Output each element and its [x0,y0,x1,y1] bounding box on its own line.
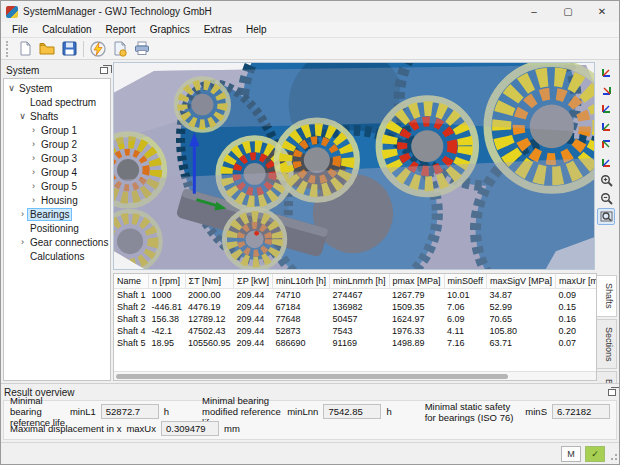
menu-report[interactable]: Report [99,23,143,36]
system-tree: ∨System Load spectrum ∨Shafts ›Group 1 ›… [3,78,111,381]
result-unit: h [164,406,169,417]
tree-item-load-spectrum[interactable]: Load spectrum [4,95,110,109]
calculation-ok-button[interactable]: ✓ [585,446,605,462]
tab-sections[interactable]: Sections [597,319,617,370]
tree-item-group-2[interactable]: ›Group 2 [4,137,110,151]
close-button[interactable]: ✕ [585,1,619,22]
min-bearing-ref-life-field[interactable]: 52872.7 [101,404,159,419]
result-code: maxUx [126,423,156,434]
gearbox-3d-render [114,63,594,269]
tree-item-shafts[interactable]: ∨Shafts [4,109,110,123]
zoom-fit-window-button[interactable] [597,208,615,225]
result-code: minS [525,406,547,417]
result-overview-body: Minimal bearing reference life minL1 528… [3,400,617,440]
gearbox-3d-viewport[interactable] [113,62,595,270]
table-row-shaft-2[interactable]: Shaft 2-446.814476.19209.44 671841369821… [114,301,596,313]
expander-icon[interactable]: ∨ [6,83,17,93]
zoom-in-button[interactable] [597,172,615,189]
menu-calculation[interactable]: Calculation [35,23,98,36]
table-header-row[interactable]: Namen [rpm]ΣT [Nm]ΣP [kW] minL10rh [h]mi… [114,274,596,289]
calculate-button[interactable] [87,39,109,59]
printer-icon [134,41,150,56]
view-iso-xy-button[interactable] [597,64,615,81]
table-row-shaft-1[interactable]: Shaft 110002000.00209.44 747102744671267… [114,289,596,302]
expander-icon[interactable]: ∨ [17,111,28,121]
result-code: minLnn [287,406,318,417]
system-panel-title: System [6,65,100,76]
view-axis-x1-button[interactable] [597,100,615,117]
table-row-shaft-4[interactable]: Shaft 4-42.147502.43209.44 5287375431976… [114,325,596,337]
result-overview-panel: Result overview Minimal bearing referenc… [1,383,619,442]
title-bar: SystemManager - GWJ Technology GmbH – ▢ … [1,1,619,22]
system-panel: System ∨System Load spectrum ∨Shafts ›Gr… [3,62,111,381]
result-label: Minimal static safety for bearings (ISO … [425,401,521,423]
result-code: minL1 [70,406,96,417]
axis-origin-dot [254,231,259,236]
tree-item-group-5[interactable]: ›Group 5 [4,179,110,193]
view-axis-x2-button[interactable] [597,118,615,135]
expander-icon[interactable]: › [28,139,39,149]
resize-grip[interactable] [609,454,617,462]
table-row-shaft-3[interactable]: Shaft 3156.3812789.12209.44 776485045716… [114,313,596,325]
main-area: System ∨System Load spectrum ∨Shafts ›Gr… [1,60,619,383]
open-folder-icon [39,41,55,56]
view-iso-zy-button[interactable] [597,82,615,99]
m-status-button[interactable]: M [561,446,581,462]
min-bearing-mod-ref-life-field[interactable]: 7542.85 [323,404,381,419]
print-button[interactable] [131,39,153,59]
menu-file[interactable]: File [5,23,35,36]
new-document-icon [18,41,33,56]
tree-item-gear-connections[interactable]: ›Gear connections [4,235,110,249]
tree-item-bearings[interactable]: ›Bearings [4,207,110,221]
result-unit: mm [224,423,240,434]
right-column: Namen [rpm]ΣT [Nm]ΣP [kW] minL10rh [h]mi… [113,62,617,381]
view-axis-x4-button[interactable] [597,154,615,171]
main-toolbar [1,38,619,60]
view-axis-x3-button[interactable] [597,136,615,153]
tree-item-positioning[interactable]: Positioning [4,221,110,235]
window-title: SystemManager - GWJ Technology GmbH [23,6,517,17]
max-displacement-x-field[interactable]: 0.309479 [161,421,219,436]
system-panel-header: System [3,62,111,78]
expander-icon[interactable]: › [17,237,28,247]
tree-item-calculations[interactable]: Calculations [4,249,110,263]
tree-item-group-4[interactable]: ›Group 4 [4,165,110,179]
expander-icon[interactable]: › [28,125,39,135]
minimize-button[interactable]: – [517,1,551,22]
save-floppy-icon [62,41,77,56]
report-page-icon [112,41,128,57]
menu-extras[interactable]: Extras [197,23,239,36]
menu-bar: File Calculation Report Graphics Extras … [1,22,619,38]
new-document-button[interactable] [14,39,36,59]
expander-icon[interactable]: › [17,209,28,219]
expander-icon[interactable]: › [28,181,39,191]
tree-item-group-1[interactable]: ›Group 1 [4,123,110,137]
shafts-results-table[interactable]: Namen [rpm]ΣT [Nm]ΣP [kW] minL10rh [h]mi… [114,274,596,371]
expander-icon[interactable]: › [28,167,39,177]
tree-item-housing[interactable]: ›Housing [4,193,110,207]
shafts-results-table-panel: Namen [rpm]ΣT [Nm]ΣP [kW] minL10rh [h]mi… [113,273,597,381]
table-horizontal-scrollbar[interactable] [114,371,596,380]
float-panel-icon[interactable] [100,67,108,74]
save-button[interactable] [58,39,80,59]
tree-item-system[interactable]: ∨System [4,81,110,95]
result-label: Maximal displacement in x [10,423,121,434]
min-static-safety-field[interactable]: 6.72182 [552,404,610,419]
expander-icon[interactable]: › [28,195,39,205]
maximize-button[interactable]: ▢ [551,1,585,22]
toolbar-grip[interactable] [6,41,11,57]
tab-shafts[interactable]: Shafts [597,275,617,317]
report-button[interactable] [109,39,131,59]
app-window: SystemManager - GWJ Technology GmbH – ▢ … [0,0,620,465]
zoom-out-button[interactable] [597,190,615,207]
open-button[interactable] [36,39,58,59]
menu-help[interactable]: Help [239,23,274,36]
result-tab-strip: Shafts Sections Bei ▲ ▼ [597,273,617,381]
expander-icon[interactable]: › [28,153,39,163]
table-row-shaft-5[interactable]: Shaft 518.95105560.95209.44 686690911691… [114,337,596,349]
lightning-icon [90,41,106,57]
tree-item-group-3[interactable]: ›Group 3 [4,151,110,165]
menu-graphics[interactable]: Graphics [143,23,197,36]
scrollbar-thumb[interactable] [116,374,508,379]
float-panel-icon[interactable] [608,389,616,396]
